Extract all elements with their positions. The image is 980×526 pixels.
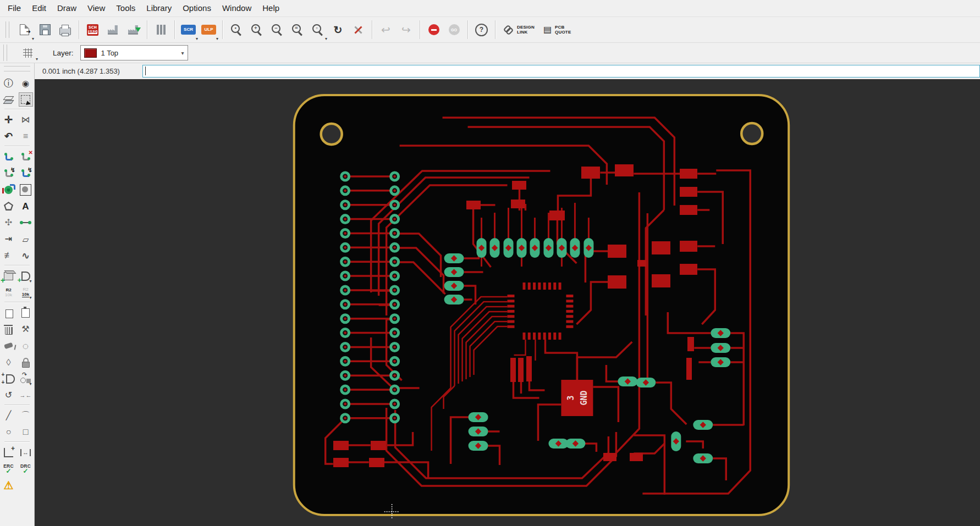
delete-button[interactable] (2, 322, 16, 336)
board-editor-canvas[interactable]: 3 GND (35, 79, 980, 526)
pinswap-button[interactable] (2, 372, 16, 386)
toolbar-separator (174, 20, 175, 39)
run-script-button[interactable]: SCR (178, 20, 199, 40)
cam-export-button[interactable] (123, 20, 144, 40)
change-button[interactable]: ⚒ (19, 322, 33, 336)
command-input[interactable] (142, 65, 980, 77)
zoom-select-button[interactable]: ▫ (307, 20, 328, 40)
wire-route-button[interactable] (2, 150, 16, 164)
print-icon (59, 27, 71, 35)
zoom-out-button[interactable]: − (267, 20, 287, 40)
align-button[interactable]: ≡ (19, 129, 33, 143)
menu-item-view[interactable]: View (82, 0, 111, 16)
stadium-pad (444, 281, 464, 291)
open-file-button[interactable] (14, 20, 35, 40)
smd-pad (680, 241, 697, 252)
part-name-button[interactable]: R210k (2, 285, 16, 300)
add-part-button[interactable] (2, 269, 16, 283)
sidebar-row: ↶≡ (0, 129, 34, 143)
toolbar-handle[interactable] (3, 45, 7, 61)
menu-item-file[interactable]: File (2, 0, 26, 16)
polygon-button[interactable] (2, 199, 16, 213)
library-button[interactable] (151, 20, 171, 40)
pcb-quote-button[interactable]: ▤PCBQUOTE (539, 20, 576, 40)
menu-item-help[interactable]: Help (257, 0, 285, 16)
dots-group-button[interactable]: ◌ (19, 339, 33, 353)
tag-button[interactable]: ◊ (2, 355, 16, 369)
smash-button[interactable] (2, 339, 16, 353)
paste-button[interactable] (19, 306, 33, 320)
replace-button[interactable]: ↷ (19, 372, 33, 386)
zoom-fit-button[interactable]: ▪ (226, 20, 246, 40)
cam-processor-button[interactable] (103, 20, 123, 40)
menu-item-options[interactable]: Options (177, 0, 217, 16)
rect-icon: □ (23, 428, 29, 436)
route-airwire-button[interactable]: ↯ (19, 166, 33, 180)
redo-button[interactable]: ↪ (396, 20, 416, 40)
sidebar-handle[interactable] (4, 66, 30, 71)
toolbar-handle[interactable] (5, 21, 9, 38)
ripup-button[interactable]: ✕ (19, 150, 33, 164)
save-button[interactable] (35, 20, 55, 40)
design-link-button[interactable]: DESIGNLINK (499, 20, 539, 40)
help-button[interactable]: ? (471, 20, 492, 40)
group-select-button[interactable] (19, 92, 33, 107)
menu-item-edit[interactable]: Edit (26, 0, 52, 16)
show-button[interactable]: ◉ (19, 76, 33, 90)
rect-button[interactable]: □ (19, 425, 33, 439)
through-hole-pad (391, 315, 399, 323)
part-value-button[interactable]: R210k (19, 285, 33, 300)
erc-button[interactable]: ERC✓ (2, 462, 16, 476)
menu-item-library[interactable]: Library (141, 0, 177, 16)
circle-button[interactable]: ○ (2, 425, 16, 439)
redraw-button[interactable]: ↻ (328, 20, 348, 40)
net-line-button[interactable] (19, 215, 33, 230)
display-layers-button[interactable] (2, 92, 16, 107)
signal-button[interactable]: ✣ (2, 215, 16, 230)
unroute-button[interactable]: ↯ (2, 166, 16, 180)
polygon-pour-button[interactable]: ▱ (19, 232, 33, 246)
optimize-button[interactable]: →← (19, 388, 33, 402)
net-line-icon (20, 221, 31, 225)
arc-button[interactable]: ⌒ (19, 408, 33, 423)
go-button[interactable]: GO (444, 20, 464, 40)
via-button[interactable] (2, 182, 16, 197)
pcb-canvas[interactable]: 3 GND (35, 79, 980, 526)
text-button[interactable]: A (19, 199, 33, 213)
info-button[interactable]: ⓘ (2, 76, 16, 90)
mirror-button[interactable]: ⋈ (19, 113, 33, 127)
errors-button[interactable]: ⚠ (2, 478, 16, 492)
menu-item-tools[interactable]: Tools (111, 0, 141, 16)
zoom-exact-button[interactable]: = (287, 20, 307, 40)
pad-button[interactable] (19, 182, 33, 197)
run-ulp-button[interactable]: ULP (199, 20, 219, 40)
sch-brd-switch-button[interactable]: SCHBRD (82, 20, 103, 40)
stop-button[interactable] (423, 20, 444, 40)
arc-icon: ⌒ (21, 411, 30, 420)
meander-split-button[interactable]: ≢ (2, 248, 16, 263)
rotate-button[interactable]: ↶ (2, 129, 16, 143)
grid-settings-button[interactable] (16, 45, 38, 60)
mitre-button[interactable] (348, 20, 368, 40)
menu-item-window[interactable]: Window (217, 0, 257, 16)
drc-button[interactable]: DRC✓ (19, 462, 33, 476)
split-button[interactable]: ↺ (2, 388, 16, 402)
through-hole-pad (342, 386, 349, 394)
zoom-in-button[interactable]: + (246, 20, 267, 40)
print-button[interactable] (55, 20, 75, 40)
line-button[interactable]: ╱ (2, 408, 16, 423)
through-hole-pad (342, 272, 349, 280)
wire-route-icon (4, 153, 13, 161)
undo-button[interactable]: ↩ (376, 20, 396, 40)
menu-item-draw[interactable]: Draw (52, 0, 82, 16)
lock-button[interactable] (19, 355, 33, 369)
meander-button[interactable]: ∿ (19, 248, 33, 263)
dimension-arrow-button[interactable]: ⇥ (2, 232, 16, 246)
measure-button[interactable]: ↔ (19, 445, 33, 459)
layer-select[interactable]: 1 Top (80, 45, 188, 60)
move-button[interactable]: ✛ (2, 113, 16, 127)
add-gate-button[interactable] (19, 269, 33, 283)
dimension-button[interactable] (2, 445, 16, 459)
through-hole-pad (391, 187, 399, 195)
copy-button[interactable] (2, 306, 16, 320)
